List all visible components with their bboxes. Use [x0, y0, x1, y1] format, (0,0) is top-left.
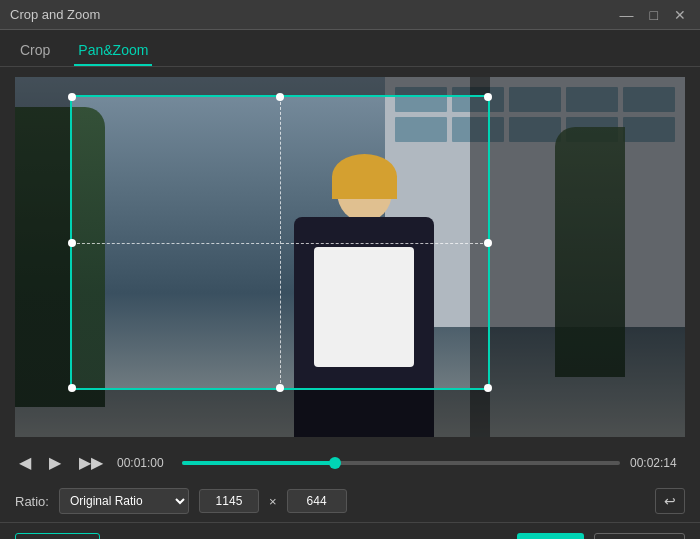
titlebar-controls: — □ ✕ [616, 7, 690, 23]
tab-pan-zoom[interactable]: Pan&Zoom [74, 36, 152, 66]
window-4 [566, 87, 618, 112]
maximize-button[interactable]: □ [646, 7, 662, 23]
window-3 [509, 87, 561, 112]
close-button[interactable]: ✕ [670, 7, 690, 23]
ratio-select[interactable]: Original Ratio 16:9 4:3 1:1 9:16 [59, 488, 189, 514]
progress-track[interactable] [182, 461, 620, 465]
time-total: 00:02:14 [630, 456, 685, 470]
progress-fill [182, 461, 335, 465]
ratio-bar: Ratio: Original Ratio 16:9 4:3 1:1 9:16 … [0, 480, 700, 522]
ratio-label: Ratio: [15, 494, 49, 509]
action-bar: RESET OK CANCEL [0, 522, 700, 539]
window-7 [452, 117, 504, 142]
dimension-separator: × [269, 494, 277, 509]
rotate-button[interactable]: ↩ [655, 488, 685, 514]
skip-back-button[interactable]: ◀ [15, 451, 35, 474]
tree-right [555, 127, 625, 377]
right-buttons: OK CANCEL [517, 533, 685, 539]
tree-left [15, 107, 105, 407]
person-body [294, 217, 434, 437]
window-10 [623, 117, 675, 142]
building-windows [385, 77, 685, 152]
progress-thumb[interactable] [329, 457, 341, 469]
reset-button[interactable]: RESET [15, 533, 100, 539]
play-button[interactable]: ▶ [45, 451, 65, 474]
window-1 [395, 87, 447, 112]
window-5 [623, 87, 675, 112]
video-area [15, 77, 685, 437]
window-2 [452, 87, 504, 112]
time-current: 00:01:00 [117, 456, 172, 470]
titlebar: Crop and Zoom — □ ✕ [0, 0, 700, 30]
ok-button[interactable]: OK [517, 533, 585, 539]
person-figure [294, 157, 434, 437]
window-6 [395, 117, 447, 142]
minimize-button[interactable]: — [616, 7, 638, 23]
person-hair [332, 154, 397, 199]
person-head [337, 162, 392, 222]
cancel-button[interactable]: CANCEL [594, 533, 685, 539]
tabs-row: Crop Pan&Zoom [0, 30, 700, 67]
width-input[interactable] [199, 489, 259, 513]
tab-crop[interactable]: Crop [16, 36, 54, 66]
skip-forward-button[interactable]: ▶▶ [75, 451, 107, 474]
height-input[interactable] [287, 489, 347, 513]
video-scene [15, 77, 685, 437]
window-title: Crop and Zoom [10, 7, 100, 22]
person-shirt [314, 247, 414, 367]
playback-controls: ◀ ▶ ▶▶ 00:01:00 00:02:14 [0, 445, 700, 480]
window-8 [509, 117, 561, 142]
